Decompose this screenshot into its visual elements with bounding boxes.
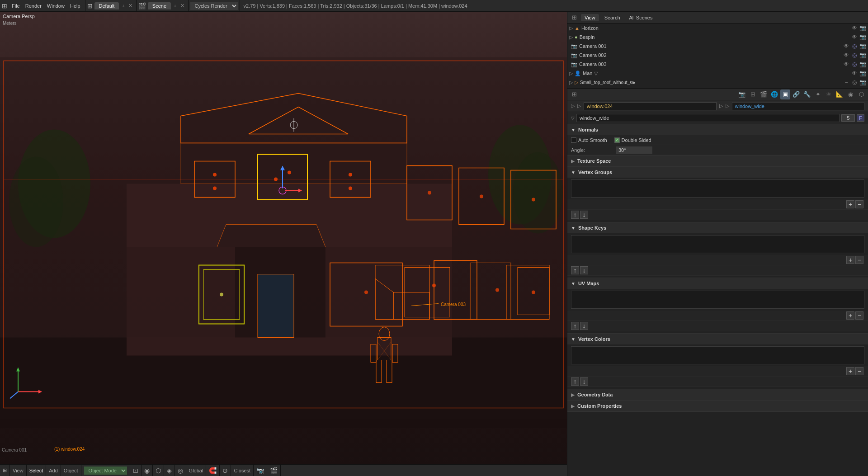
vis-icon[interactable]: 👁	[851, 25, 858, 31]
add-menu-btn[interactable]: Add	[46, 465, 61, 476]
render-layers-btn[interactable]: ⊞	[748, 90, 758, 99]
render-menu[interactable]: Render	[23, 0, 44, 11]
render-icon-roof[interactable]: 📷	[859, 79, 866, 85]
pivot-point[interactable]: ◎	[175, 465, 186, 476]
render-props-btn[interactable]: 📷	[737, 90, 747, 99]
viewport-shading-solid[interactable]: ◉	[142, 465, 153, 476]
custom-properties-header[interactable]: ▶ Custom Properties	[567, 401, 868, 411]
scene-props-btn[interactable]: 🎬	[759, 90, 769, 99]
vc-up-btn[interactable]: ↑	[571, 377, 579, 386]
mode-dropdown[interactable]: Object Mode	[84, 467, 127, 475]
uv-down-btn[interactable]: ↓	[580, 322, 588, 330]
geometry-data-header[interactable]: ▶ Geometry Data	[567, 389, 868, 400]
constraint-btn[interactable]: 🔗	[791, 90, 801, 99]
sk-down-btn[interactable]: ↓	[580, 266, 588, 274]
render-icon-bespin[interactable]: 📷	[859, 34, 866, 40]
outliner-tab-search[interactable]: Search	[601, 14, 624, 21]
normals-header[interactable]: ▼ Normals	[567, 124, 868, 135]
outliner-item-roof[interactable]: ▷ ▷ Small_top_roof_without_sr▸ − ◎ 📷	[567, 78, 868, 87]
mesh-name-field[interactable]	[576, 114, 840, 122]
view-menu-btn[interactable]: View	[10, 465, 27, 476]
vis-icon-cam001[interactable]: 👁	[843, 43, 850, 49]
render-icon-cam002[interactable]: 📷	[859, 52, 866, 58]
vis-icon-cam003[interactable]: 👁	[843, 61, 850, 67]
texture-btn[interactable]: ⬡	[856, 90, 866, 99]
vg-down-btn[interactable]: ↓	[580, 211, 588, 219]
sk-add-btn[interactable]: +	[846, 256, 854, 264]
help-menu[interactable]: Help	[67, 0, 83, 11]
outliner-tab-scenes[interactable]: All Scenes	[626, 14, 656, 21]
outliner-tab-view[interactable]: View	[581, 14, 599, 21]
uv-remove-btn[interactable]: −	[855, 311, 863, 320]
world-props-btn[interactable]: 🌐	[769, 90, 779, 99]
render-icon-cam003[interactable]: 📷	[859, 61, 866, 67]
vertex-colors-header[interactable]: ▼ Vertex Colors	[567, 334, 868, 344]
close-workspace-btn[interactable]: ✕	[127, 3, 134, 9]
material-btn[interactable]: ◉	[845, 90, 855, 99]
viewport-shading-tex[interactable]: ⬡	[153, 465, 164, 476]
file-menu[interactable]: File	[9, 0, 23, 11]
vis-icon-cam002[interactable]: 👁	[843, 52, 850, 58]
uv-maps-header[interactable]: ▼ UV Maps	[567, 278, 868, 289]
engine-select[interactable]: Cycles Render	[190, 2, 238, 10]
shape-keys-header[interactable]: ▼ Shape Keys	[567, 222, 868, 233]
auto-smooth-checkbox[interactable]: Auto Smooth	[571, 137, 607, 143]
double-sided-cb-box[interactable]: ✓	[614, 137, 620, 143]
vis-icon-roof[interactable]: −	[843, 79, 850, 85]
auto-smooth-cb-box[interactable]	[571, 137, 576, 143]
vis-icon-bespin[interactable]: 👁	[851, 34, 858, 40]
render-icon-cam001[interactable]: 📷	[859, 43, 866, 49]
workspace-tab-default[interactable]: Default	[94, 2, 119, 9]
physics-btn[interactable]: ⚛	[824, 90, 834, 99]
outliner-item-cam002[interactable]: 📷 Camera 002 👁 ◎ 📷	[567, 51, 868, 60]
object-props-btn[interactable]: ▣	[780, 90, 790, 99]
outliner-item-cam003[interactable]: 📷 Camera 003 👁 ◎ 📷	[567, 60, 868, 69]
scene-tab[interactable]: Scene	[148, 2, 171, 9]
texture-space-header[interactable]: ▶ Texture Space	[567, 156, 868, 166]
add-scene-btn[interactable]: +	[172, 3, 178, 9]
vg-up-btn[interactable]: ↑	[571, 211, 579, 219]
uv-up-btn[interactable]: ↑	[571, 322, 579, 330]
vertex-groups-header[interactable]: ▼ Vertex Groups	[567, 167, 868, 178]
vg-remove-btn[interactable]: −	[855, 200, 863, 208]
add-workspace-btn[interactable]: +	[120, 3, 126, 9]
render-icon-man[interactable]: 📷	[859, 70, 866, 76]
sk-up-btn[interactable]: ↑	[571, 266, 579, 274]
outliner-item-man[interactable]: ▷ 👤 Man ▽ 👁 📷	[567, 69, 868, 78]
render-icon[interactable]: 📷	[859, 25, 866, 31]
modifier-btn[interactable]: 🔧	[802, 90, 812, 99]
double-sided-checkbox[interactable]: ✓ Double Sided	[614, 137, 651, 143]
data-name-input[interactable]	[732, 102, 865, 110]
angle-field[interactable]	[616, 146, 652, 154]
select-menu-btn[interactable]: Select	[27, 465, 47, 476]
proportional-edit[interactable]: ⊙	[220, 465, 231, 476]
uv-add-btn[interactable]: +	[846, 311, 854, 320]
viewport-shading-wire[interactable]: ⊡	[130, 465, 142, 476]
vis-icon-man[interactable]: 👁	[851, 70, 858, 76]
window-menu[interactable]: Window	[44, 0, 67, 11]
mode-select[interactable]: Object Mode	[81, 465, 130, 476]
sk-remove-btn[interactable]: −	[855, 256, 863, 264]
snap-to[interactable]: Closest	[231, 465, 254, 476]
vg-add-btn[interactable]: +	[846, 200, 854, 208]
snap-btn[interactable]: 🧲	[206, 465, 220, 476]
render-btn[interactable]: 🎬	[267, 465, 281, 476]
data-props-btn[interactable]: 📐	[835, 90, 844, 99]
transform-space[interactable]: Global	[186, 465, 207, 476]
geometry-data-section: ▶ Geometry Data	[567, 389, 868, 401]
viewport-shading-render[interactable]: ◈	[164, 465, 175, 476]
viewport[interactable]: Camera 003 Camera Persp Meters Camera 00…	[0, 12, 567, 464]
obj-name-input[interactable]	[584, 102, 717, 110]
object-menu-btn[interactable]: Object	[61, 465, 81, 476]
data-number-field[interactable]	[841, 114, 855, 122]
vc-down-btn[interactable]: ↓	[580, 377, 588, 386]
vc-remove-btn[interactable]: −	[855, 367, 863, 375]
camera-btn[interactable]: 📷	[254, 465, 267, 476]
outliner-item-cam001[interactable]: 📷 Camera 001 👁 ◎ 📷	[567, 42, 868, 51]
particle-btn[interactable]: ✦	[813, 90, 823, 99]
outliner-item-bespin[interactable]: ▷ ● Bespin 👁 📷	[567, 33, 868, 42]
close-scene-btn[interactable]: ✕	[179, 3, 186, 9]
f-button[interactable]: F	[857, 114, 864, 122]
outliner-item-horizon[interactable]: ▷ ▲ Horizon 👁 📷	[567, 24, 868, 33]
vc-add-btn[interactable]: +	[846, 367, 854, 375]
